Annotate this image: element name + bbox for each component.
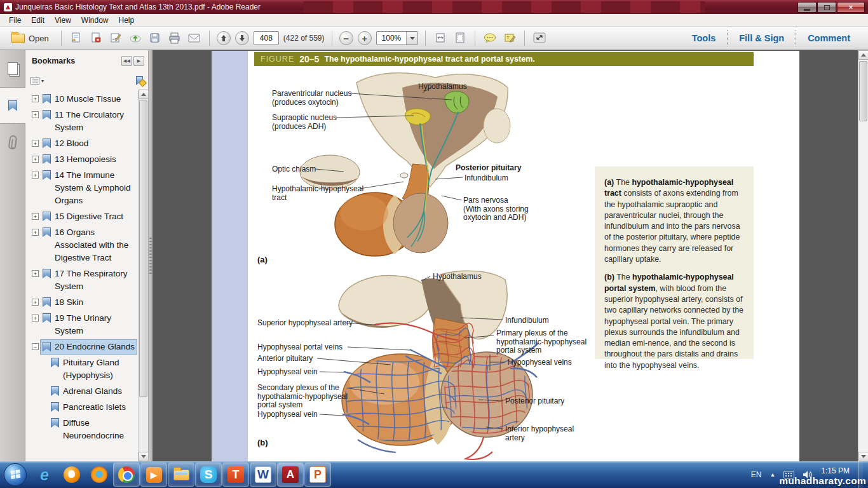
bookmark-label[interactable]: 17 The Respiratory System <box>55 268 135 293</box>
expand-panel-button[interactable]: ▶ <box>133 56 144 66</box>
bookmark-item[interactable]: +10 Muscle Tissue <box>32 92 137 106</box>
bookmark-item[interactable]: +17 The Respiratory System <box>32 267 137 294</box>
bookmark-label[interactable]: 18 Skin <box>55 296 83 309</box>
open-button[interactable]: Open <box>6 32 54 45</box>
upload-cloud-icon[interactable] <box>128 30 143 46</box>
bookmark-expander-icon[interactable]: + <box>32 229 39 236</box>
bookmark-label[interactable]: 19 The Urinary System <box>55 312 135 337</box>
taskbar-powerpoint[interactable]: P <box>305 463 330 486</box>
save-as-icon[interactable] <box>69 30 84 46</box>
bookmark-label[interactable]: Adrenal Glands <box>63 385 122 398</box>
menu-help[interactable]: Help <box>114 15 140 26</box>
bookmark-item[interactable]: +18 Skin <box>32 295 137 309</box>
taskbar-gom-player[interactable] <box>59 463 85 486</box>
taskbar-word[interactable]: W <box>250 463 276 486</box>
bookmark-label[interactable]: 12 Blood <box>55 137 88 150</box>
menu-edit[interactable]: Edit <box>26 15 50 26</box>
bookmark-child-item[interactable]: Pancreatic Islets <box>32 400 137 414</box>
bookmark-label[interactable]: Pituitary Gland (Hypophysis) <box>63 356 135 382</box>
minimize-button[interactable] <box>797 2 817 13</box>
save-icon[interactable] <box>147 30 163 46</box>
comment-bubble-icon[interactable] <box>482 30 498 46</box>
clock[interactable]: 1:15 PM <box>821 466 850 475</box>
bookmark-label[interactable]: 11 The Circulatory System <box>55 109 135 134</box>
taskbar-t-app[interactable]: T <box>223 463 248 486</box>
close-button[interactable]: × <box>837 2 865 13</box>
bookmark-expander-icon[interactable]: + <box>32 270 39 277</box>
bookmark-label[interactable]: 20 Endocrine Glands <box>55 341 135 353</box>
pdf-page[interactable]: FIGURE 20–5 The hypothalamic-hypophyseal… <box>212 51 799 461</box>
sticky-note-icon[interactable]: T <box>502 30 517 46</box>
fit-page-icon[interactable] <box>452 30 468 46</box>
taskbar-windows-explorer[interactable] <box>168 463 194 486</box>
show-hidden-icons-button[interactable]: ▲ <box>770 471 775 478</box>
language-indicator[interactable]: EN <box>751 470 762 479</box>
bookmark-expander-icon[interactable]: + <box>32 95 39 102</box>
bookmark-expander-icon[interactable]: + <box>32 172 39 179</box>
taskbar-chrome[interactable] <box>114 463 139 486</box>
collapse-panel-button[interactable]: ◀◀ <box>121 56 132 66</box>
new-bookmark-button[interactable] <box>136 76 143 85</box>
bookmark-item[interactable]: +13 Hemopoiesis <box>32 152 137 166</box>
toolbar-link-fill-sign[interactable]: Fill & Sign <box>728 33 796 43</box>
bookmark-item[interactable]: +19 The Urinary System <box>32 311 137 338</box>
bookmark-item[interactable]: +12 Blood <box>32 137 137 151</box>
scroll-up-icon[interactable] <box>139 90 149 99</box>
email-icon[interactable] <box>187 30 202 46</box>
bookmark-label[interactable]: Pancreatic Islets <box>63 401 126 414</box>
previous-page-button[interactable] <box>217 31 231 45</box>
bookmark-label[interactable]: 10 Muscle Tissue <box>55 93 121 105</box>
bookmark-child-item[interactable]: Pituitary Gland (Hypophysis) <box>32 356 137 383</box>
bookmark-expander-icon[interactable]: − <box>32 343 39 350</box>
export-file-icon[interactable] <box>88 30 104 46</box>
bookmarks-scrollbar[interactable] <box>138 90 148 461</box>
fit-width-icon[interactable] <box>433 30 448 46</box>
taskbar-media-player[interactable]: ▶ <box>141 463 166 486</box>
bookmark-expander-icon[interactable]: + <box>32 213 39 220</box>
bookmark-label[interactable]: 14 The Immune System & Lymphoid Organs <box>55 169 135 207</box>
document-scroll-thumb[interactable] <box>859 61 867 121</box>
bookmark-label[interactable]: 13 Hemopoiesis <box>55 153 116 166</box>
bookmark-options-button[interactable]: ▾ <box>31 77 44 85</box>
taskbar-firefox[interactable] <box>86 463 112 486</box>
document-scrollbar[interactable] <box>858 50 868 461</box>
page-number-input[interactable] <box>254 31 279 45</box>
bookmarks-scroll-thumb[interactable] <box>139 100 147 397</box>
bookmark-item[interactable]: +15 Digestive Tract <box>32 210 137 224</box>
bookmark-item[interactable]: +16 Organs Associated with the Digestive… <box>32 226 137 265</box>
start-button[interactable] <box>4 463 27 486</box>
bookmark-item[interactable]: +11 The Circulatory System <box>32 108 137 135</box>
bookmark-expander-icon[interactable]: + <box>32 299 39 306</box>
bookmark-expander-icon[interactable]: + <box>32 111 39 118</box>
bookmark-child-item[interactable]: Adrenal Glands <box>32 384 137 398</box>
scroll-down-icon[interactable] <box>858 452 868 461</box>
menu-file[interactable]: File <box>4 15 26 26</box>
scroll-down-icon[interactable] <box>139 452 149 461</box>
bookmark-label[interactable]: 15 Digestive Tract <box>55 210 123 223</box>
print-icon[interactable] <box>167 30 182 46</box>
restore-button[interactable] <box>817 2 836 13</box>
toolbar-link-tools[interactable]: Tools <box>681 33 728 43</box>
bookmarks-tab[interactable] <box>0 87 25 124</box>
taskbar-internet-explorer[interactable]: e <box>32 463 57 486</box>
menu-window[interactable]: Window <box>76 15 114 26</box>
toolbar-link-comment[interactable]: Comment <box>796 33 862 43</box>
taskbar-skype[interactable]: S <box>196 463 221 486</box>
zoom-level-select[interactable]: 100% <box>376 31 419 45</box>
bookmark-item[interactable]: +14 The Immune System & Lymphoid Organs <box>32 168 137 208</box>
bookmark-label[interactable]: 16 Organs Associated with the Digestive … <box>55 226 135 264</box>
zoom-dropdown-icon[interactable] <box>406 32 417 44</box>
zoom-in-button[interactable]: + <box>358 31 372 45</box>
fullscreen-icon[interactable] <box>532 30 547 46</box>
next-page-button[interactable] <box>235 31 249 45</box>
zoom-out-button[interactable]: − <box>339 31 353 45</box>
bookmark-label[interactable]: Diffuse Neuroendocrine <box>63 417 135 442</box>
bookmark-expander-icon[interactable]: + <box>32 315 39 322</box>
sign-icon[interactable] <box>108 30 123 46</box>
scroll-up-icon[interactable] <box>858 50 868 60</box>
bookmark-expander-icon[interactable]: + <box>32 140 39 147</box>
menu-view[interactable]: View <box>50 15 76 26</box>
attachments-tab[interactable] <box>0 124 25 161</box>
page-thumbnails-tab[interactable] <box>0 50 25 87</box>
bookmark-expander-icon[interactable]: + <box>32 156 39 163</box>
